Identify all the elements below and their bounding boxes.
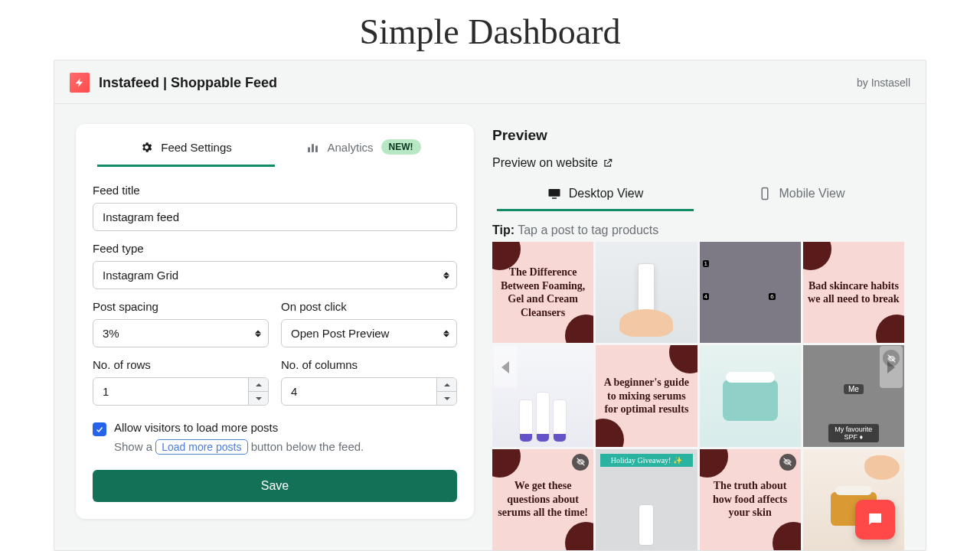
carousel-prev[interactable]	[494, 346, 517, 388]
app-name: Instafeed | Shoppable Feed	[99, 75, 277, 91]
chat-icon	[866, 510, 884, 529]
svg-rect-0	[309, 147, 311, 152]
tab-desktop-view[interactable]: Desktop View	[492, 178, 698, 211]
save-button[interactable]: Save	[93, 470, 457, 502]
chevron-updown-icon	[443, 272, 449, 279]
brand: Instafeed | Shoppable Feed	[70, 73, 277, 93]
bolt-icon	[70, 73, 90, 93]
topbar: Instafeed | Shoppable Feed by Instasell	[54, 60, 926, 104]
view-tabs: Desktop View Mobile View	[492, 178, 904, 211]
mobile-icon	[758, 187, 772, 201]
preview-grid: The Difference Between Foaming, Gel and …	[492, 242, 904, 550]
sub-prefix: Show a	[114, 440, 155, 453]
tip-label: Tip:	[492, 223, 514, 236]
preview-panel: Preview Preview on website Desktop View …	[492, 124, 904, 550]
select-post-spacing[interactable]: 3%	[93, 319, 269, 347]
chat-fab[interactable]	[855, 500, 895, 540]
form: Feed title Feed type Instagram Grid Post…	[76, 167, 474, 455]
settings-card: Feed Settings Analytics NEW! Feed title …	[76, 124, 474, 519]
chart-icon	[306, 141, 319, 154]
post-tile[interactable]: Holiday Giveaway! ✨	[596, 449, 697, 550]
label-feed-type: Feed type	[93, 242, 457, 255]
checkbox-subtext: Show a Load more posts button below the …	[114, 439, 457, 455]
svg-rect-4	[552, 197, 557, 199]
mobile-label: Mobile View	[779, 187, 845, 201]
check-icon	[95, 425, 104, 434]
vendor-text: by Instasell	[857, 77, 910, 89]
tab-analytics[interactable]: Analytics NEW!	[275, 124, 452, 167]
post-tile[interactable]: 1 46	[700, 242, 801, 343]
tile-text: Bad skincare habits we all need to break	[803, 279, 904, 306]
carousel-next[interactable]	[880, 346, 903, 388]
chevron-updown-icon	[255, 330, 261, 337]
tip-body: Tap a post to tag products	[518, 223, 658, 236]
new-badge: NEW!	[381, 139, 421, 155]
preview-title: Preview	[492, 127, 904, 144]
checkbox-load-more[interactable]	[93, 422, 106, 436]
tile-label-me: Me	[844, 384, 864, 394]
checkbox-label: Allow visitors to load more posts	[114, 421, 278, 434]
select-on-post-click[interactable]: Open Post Preview	[281, 319, 457, 347]
external-link-icon	[603, 158, 613, 168]
label-columns: No. of columns	[281, 358, 457, 371]
tab-row: Feed Settings Analytics NEW!	[76, 124, 474, 167]
bottle-illustration	[639, 504, 654, 546]
sub-suffix: button below the feed.	[251, 440, 364, 453]
desktop-label: Desktop View	[569, 187, 644, 201]
svg-rect-1	[312, 144, 315, 152]
eye-off-icon	[572, 454, 589, 471]
label-post-spacing: Post spacing	[93, 300, 269, 313]
label-feed-title: Feed title	[93, 184, 457, 197]
preview-on-website-link[interactable]: Preview on website	[492, 156, 904, 170]
gear-icon	[140, 141, 153, 154]
tile-text: The Difference Between Foaming, Gel and …	[492, 266, 593, 319]
chevron-updown-icon	[443, 330, 449, 337]
page-title: Simple Dashboard	[0, 11, 980, 52]
post-tile[interactable]	[596, 242, 697, 343]
post-tile[interactable]: The Difference Between Foaming, Gel and …	[492, 242, 593, 343]
tile-caption: My favourite SPF ♦	[828, 424, 879, 442]
svg-rect-5	[762, 188, 768, 200]
label-rows: No. of rows	[93, 358, 269, 371]
svg-rect-3	[548, 189, 560, 197]
cols-step-up[interactable]	[437, 378, 456, 392]
post-tile[interactable]: Bad skincare habits we all need to break	[803, 242, 904, 343]
input-rows[interactable]	[93, 377, 269, 406]
desktop-icon	[547, 187, 561, 201]
tab-label: Analytics	[327, 141, 373, 154]
tab-mobile-view[interactable]: Mobile View	[698, 178, 904, 211]
post-tile[interactable]: We get these questions about serums all …	[492, 449, 593, 550]
input-columns[interactable]	[281, 377, 457, 406]
tile-text: A beginner's guide to mixing serums for …	[596, 376, 697, 416]
tab-feed-settings[interactable]: Feed Settings	[97, 124, 275, 167]
cols-step-down[interactable]	[437, 392, 456, 405]
tip-text: Tip: Tap a post to tag products	[492, 223, 904, 237]
rows-step-down[interactable]	[249, 392, 268, 405]
input-feed-title[interactable]	[93, 203, 457, 231]
label-on-post-click: On post click	[281, 300, 457, 313]
select-feed-type[interactable]: Instagram Grid	[93, 261, 457, 289]
tile-text: The truth about how food affects your sk…	[700, 479, 801, 520]
bottle-illustration	[638, 263, 655, 312]
svg-rect-2	[316, 145, 318, 152]
post-tile[interactable]	[700, 345, 801, 446]
tile-banner: Holiday Giveaway! ✨	[600, 454, 692, 467]
tab-label: Feed Settings	[161, 141, 232, 154]
app-frame: Instafeed | Shoppable Feed by Instasell …	[54, 60, 926, 551]
rows-step-up[interactable]	[249, 378, 268, 392]
jar-illustration	[723, 380, 778, 421]
tile-text: We get these questions about serums all …	[492, 479, 593, 520]
preview-link-text: Preview on website	[492, 156, 598, 170]
load-more-inline-button: Load more posts	[155, 439, 247, 455]
eye-off-icon	[779, 454, 796, 471]
post-tile[interactable]: A beginner's guide to mixing serums for …	[596, 345, 697, 446]
hand-illustration	[619, 309, 673, 337]
content-area: Feed Settings Analytics NEW! Feed title …	[54, 104, 926, 550]
post-tile[interactable]: The truth about how food affects your sk…	[700, 449, 801, 550]
